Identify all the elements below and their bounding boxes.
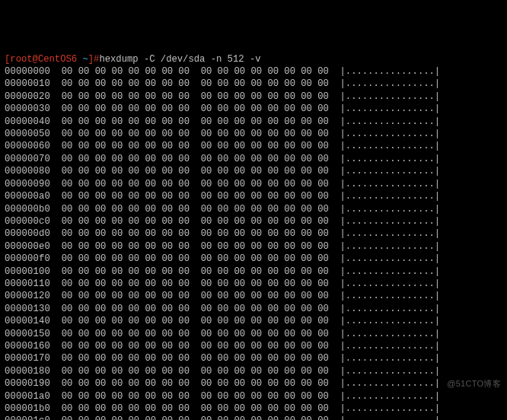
hex-gap: [50, 66, 62, 77]
ascii-open: |: [340, 304, 345, 314]
hex-gap: [50, 266, 62, 277]
offset: 00000180: [5, 366, 50, 377]
hex-bytes-lo: 00 00 00 00 00 00 00 00: [62, 353, 190, 364]
hex-gap: [50, 141, 62, 151]
offset: 000001b0: [5, 403, 50, 414]
hex-gap: [190, 78, 201, 89]
hexdump-row: 000000e0 00 00 00 00 00 00 00 00 00 00 0…: [5, 240, 502, 253]
ascii-open: |: [340, 278, 345, 289]
offset: 00000070: [5, 154, 50, 164]
hex-gap: [329, 154, 340, 164]
ascii-open: |: [340, 329, 345, 339]
hexdump-row: 00000150 00 00 00 00 00 00 00 00 00 00 0…: [5, 328, 502, 340]
ascii-open: |: [340, 166, 345, 177]
hexdump-row: 00000010 00 00 00 00 00 00 00 00 00 00 0…: [5, 78, 502, 90]
offset: 000000a0: [5, 191, 50, 202]
hex-gap: [50, 278, 62, 289]
ascii-close: |: [435, 329, 440, 339]
hex-gap: [329, 216, 340, 227]
hex-gap: [190, 204, 201, 215]
ascii-open: |: [340, 116, 345, 127]
offset: 00000040: [5, 116, 50, 127]
ascii-dots: ................: [346, 366, 435, 377]
ascii-close: |: [435, 415, 440, 420]
ascii-dots: ................: [346, 353, 435, 364]
hex-gap: [190, 353, 201, 364]
ascii-close: |: [435, 353, 440, 364]
hex-gap: [50, 103, 62, 114]
hexdump-row: 000000c0 00 00 00 00 00 00 00 00 00 00 0…: [5, 215, 502, 228]
prompt-user-host: root@CentOS6: [10, 54, 77, 65]
ascii-open: |: [340, 353, 345, 364]
hexdump-row: 000000f0 00 00 00 00 00 00 00 00 00 00 0…: [5, 253, 502, 265]
ascii-open: |: [340, 78, 345, 89]
hex-gap: [50, 154, 62, 164]
ascii-close: |: [435, 403, 440, 414]
hex-gap: [190, 129, 201, 139]
offset: 00000060: [5, 141, 50, 151]
ascii-close: |: [435, 291, 440, 301]
offset: 000000b0: [5, 204, 50, 215]
ascii-close: |: [435, 191, 440, 202]
offset: 00000100: [5, 266, 50, 277]
hex-gap: [190, 116, 201, 127]
ascii-dots: ................: [346, 278, 435, 289]
hex-bytes-lo: 00 00 00 00 00 00 00 00: [62, 266, 190, 277]
hex-gap: [329, 66, 340, 77]
hex-gap: [329, 415, 340, 420]
hex-gap: [190, 154, 201, 164]
hex-bytes-lo: 00 00 00 00 00 00 00 00: [62, 241, 190, 252]
hex-bytes-lo: 00 00 00 00 00 00 00 00: [62, 78, 190, 89]
hex-gap: [50, 316, 62, 326]
hex-gap: [50, 378, 62, 389]
ascii-dots: ................: [346, 391, 435, 402]
hexdump-row: 00000190 00 00 00 00 00 00 00 00 00 00 0…: [5, 377, 502, 390]
hex-gap: [329, 353, 340, 364]
offset: 00000080: [5, 166, 50, 177]
hex-gap: [329, 378, 340, 389]
hex-gap: [50, 129, 62, 139]
hex-gap: [50, 204, 62, 215]
hex-bytes-hi: 00 00 00 00 00 00 00 00: [201, 154, 329, 164]
hex-gap: [50, 403, 62, 414]
hex-gap: [190, 91, 201, 102]
hex-gap: [190, 403, 201, 414]
ascii-dots: ................: [346, 341, 435, 352]
offset: 00000030: [5, 103, 50, 114]
hexdump-row: 000001a0 00 00 00 00 00 00 00 00 00 00 0…: [5, 390, 502, 402]
hexdump-row: 000000d0 00 00 00 00 00 00 00 00 00 00 0…: [5, 228, 502, 240]
offset: 000000d0: [5, 228, 50, 239]
ascii-dots: ................: [346, 116, 435, 127]
hexdump-row: 00000110 00 00 00 00 00 00 00 00 00 00 0…: [5, 278, 502, 290]
hex-bytes-hi: 00 00 00 00 00 00 00 00: [201, 141, 329, 151]
hex-bytes-hi: 00 00 00 00 00 00 00 00: [201, 191, 329, 202]
offset: 000000f0: [5, 253, 50, 264]
ascii-dots: ................: [346, 141, 435, 151]
ascii-open: |: [340, 391, 345, 402]
ascii-close: |: [435, 266, 440, 277]
prompt-line: [root@CentOS6 ~]#hexdump -C /dev/sda -n …: [5, 53, 502, 65]
ascii-close: |: [435, 141, 440, 151]
hex-gap: [50, 191, 62, 202]
ascii-open: |: [340, 204, 345, 215]
hex-gap: [50, 241, 62, 252]
hex-gap: [190, 228, 201, 239]
hex-gap: [329, 253, 340, 264]
hexdump-row: 00000120 00 00 00 00 00 00 00 00 00 00 0…: [5, 290, 502, 302]
ascii-dots: ................: [346, 66, 435, 77]
hexdump-row: 00000050 00 00 00 00 00 00 00 00 00 00 0…: [5, 128, 502, 140]
ascii-open: |: [340, 415, 345, 420]
hex-gap: [50, 304, 62, 314]
ascii-open: |: [340, 216, 345, 227]
hex-bytes-hi: 00 00 00 00 00 00 00 00: [201, 329, 329, 339]
ascii-close: |: [435, 316, 440, 326]
hex-bytes-lo: 00 00 00 00 00 00 00 00: [62, 179, 190, 189]
hex-bytes-hi: 00 00 00 00 00 00 00 00: [201, 66, 329, 77]
hex-gap: [190, 341, 201, 352]
hex-bytes-lo: 00 00 00 00 00 00 00 00: [62, 91, 190, 102]
ascii-open: |: [340, 191, 345, 202]
hex-gap: [329, 341, 340, 352]
hex-bytes-hi: 00 00 00 00 00 00 00 00: [201, 204, 329, 215]
offset: 000000e0: [5, 241, 50, 252]
hexdump-row: 00000170 00 00 00 00 00 00 00 00 00 00 0…: [5, 352, 502, 364]
